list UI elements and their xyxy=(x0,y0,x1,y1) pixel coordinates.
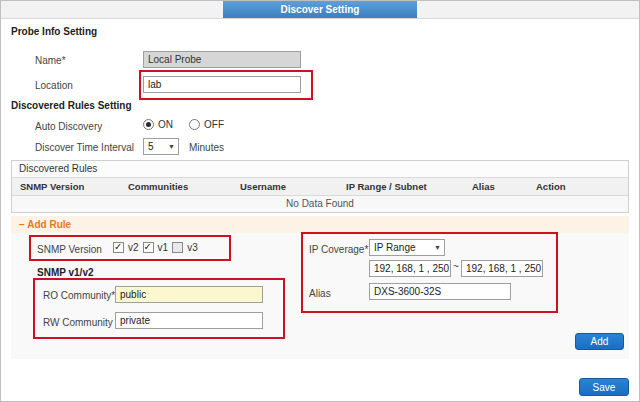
column-snmp-version: SNMP Version xyxy=(12,178,120,195)
interval-label: Discover Time Interval xyxy=(35,142,134,153)
alias-label: Alias xyxy=(309,288,331,299)
collapse-icon: − xyxy=(19,219,25,230)
checkbox-v2-label: v2 xyxy=(128,242,139,253)
auto-discovery-on-radio[interactable] xyxy=(143,119,154,130)
column-alias: Alias xyxy=(464,178,528,195)
rules-setting-heading: Discovered Rules Setting xyxy=(11,100,132,111)
name-field: Local Probe xyxy=(143,51,301,68)
ro-community-field[interactable]: public xyxy=(115,286,263,303)
checkbox-v3[interactable] xyxy=(172,242,183,253)
checkbox-v3-label: v3 xyxy=(187,242,198,253)
save-button[interactable]: Save xyxy=(579,378,629,396)
column-ip-range: IP Range / Subnet xyxy=(338,178,464,195)
probe-info-heading: Probe Info Setting xyxy=(11,26,97,37)
ip-coverage-label: IP Coverage* xyxy=(309,244,368,255)
auto-discovery-off-radio[interactable] xyxy=(189,119,200,130)
add-rule-strip: − Add Rule xyxy=(11,216,629,233)
discovered-rules-header: SNMP Version Communities Username IP Ran… xyxy=(12,177,628,196)
chevron-down-icon: ▼ xyxy=(168,143,175,150)
ip-coverage-select[interactable]: IP Range ▼ xyxy=(369,239,445,256)
interval-select[interactable]: 5 ▼ xyxy=(143,138,179,155)
checkbox-v1[interactable] xyxy=(143,242,154,253)
dialog-title: Discover Setting xyxy=(223,1,417,18)
interval-unit-label: Minutes xyxy=(189,142,224,153)
auto-discovery-label: Auto Discovery xyxy=(35,121,102,132)
discover-setting-dialog: Discover Setting Probe Info Setting Name… xyxy=(0,0,640,402)
ip-from-field[interactable]: 192, 168, 1 , 250 xyxy=(369,260,451,277)
auto-discovery-off-label: OFF xyxy=(204,119,224,130)
rw-community-field[interactable]: private xyxy=(115,312,263,329)
no-data-row: No Data Found xyxy=(12,196,628,212)
alias-field[interactable]: DXS-3600-32S xyxy=(369,283,511,300)
checkbox-v1-label: v1 xyxy=(158,242,169,253)
add-rule-toggle-label: Add Rule xyxy=(27,219,71,230)
ip-range-separator: ~ xyxy=(453,261,459,272)
location-field[interactable]: lab xyxy=(143,76,301,93)
name-label: Name* xyxy=(35,55,66,66)
auto-discovery-on-label: ON xyxy=(158,119,173,130)
ip-to-field[interactable]: 192, 168, 1 , 250 xyxy=(461,260,543,277)
add-button[interactable]: Add xyxy=(575,333,624,350)
discovered-rules-legend: Discovered Rules xyxy=(12,161,628,177)
column-username: Username xyxy=(232,178,338,195)
location-label: Location xyxy=(35,80,73,91)
chevron-down-icon: ▼ xyxy=(434,244,441,251)
interval-value: 5 xyxy=(148,141,154,152)
snmp-version-label: SNMP Version xyxy=(37,244,102,255)
add-rule-toggle[interactable]: − Add Rule xyxy=(11,219,71,230)
ip-coverage-value: IP Range xyxy=(374,242,416,253)
checkbox-v2[interactable] xyxy=(113,242,124,253)
discovered-rules-panel: Discovered Rules SNMP Version Communitie… xyxy=(11,160,629,213)
column-action: Action xyxy=(528,178,628,195)
snmp-v1v2-heading: SNMP v1/v2 xyxy=(37,267,94,278)
dialog-titlebar: Discover Setting xyxy=(1,1,639,19)
column-communities: Communities xyxy=(120,178,232,195)
rw-community-label: RW Community xyxy=(43,317,113,328)
ro-community-label: RO Community* xyxy=(43,290,115,301)
